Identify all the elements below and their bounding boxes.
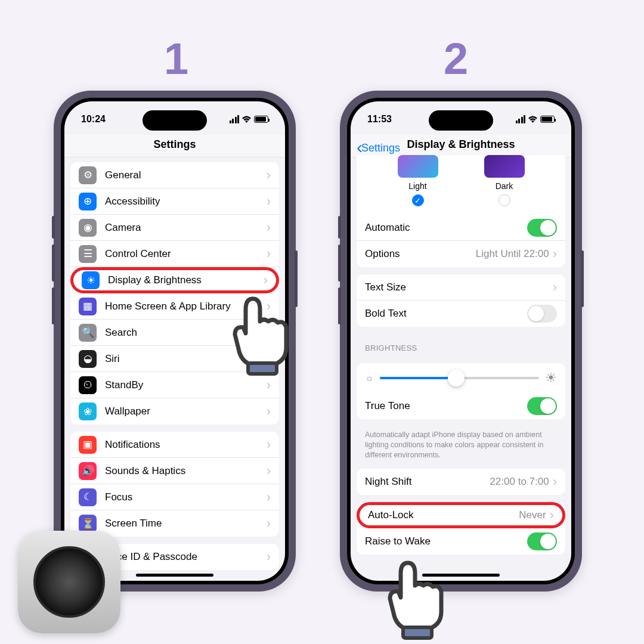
row-options[interactable]: OptionsLight Until 22:00› <box>357 241 565 267</box>
nav-title: Display & Brightness <box>407 138 515 150</box>
row-label: Screen Time <box>105 518 267 530</box>
signal-icon <box>516 115 526 123</box>
settings-app-icon <box>18 531 120 633</box>
sun-small-icon: ☼ <box>365 373 374 383</box>
truetone-toggle[interactable] <box>527 397 557 415</box>
row-night-shift[interactable]: Night Shift22:00 to 7:00› <box>357 469 565 495</box>
chevron-icon: › <box>267 194 271 209</box>
dynamic-island <box>143 110 207 131</box>
row-control-center[interactable]: ☰Control Center› <box>70 241 279 267</box>
wifi-icon <box>528 116 538 123</box>
control-center-icon: ☰ <box>79 245 97 263</box>
nav-title: Settings <box>64 135 285 157</box>
accessibility-icon: ⊕ <box>79 193 97 210</box>
signal-icon <box>230 115 240 123</box>
chevron-icon: › <box>267 220 271 236</box>
row-label: Notifications <box>105 439 267 451</box>
row-label: Accessibility <box>105 196 267 208</box>
chevron-icon: › <box>264 273 268 288</box>
search-icon: 🔍 <box>79 324 97 342</box>
automatic-toggle[interactable] <box>527 219 557 237</box>
screen-time-icon: ⏳ <box>79 515 97 532</box>
row-sounds-haptics[interactable]: 🔊Sounds & Haptics› <box>70 458 279 484</box>
section-brightness: BRIGHTNESS <box>357 334 565 356</box>
home-screen-app-library-icon: ▦ <box>79 298 97 315</box>
row-true-tone[interactable]: True Tone <box>357 393 565 419</box>
row-label: General <box>105 169 267 181</box>
row-label: Camera <box>105 222 267 234</box>
focus-icon: ☾ <box>79 488 97 506</box>
chevron-icon: › <box>267 516 271 531</box>
row-label: Sounds & Haptics <box>105 465 267 477</box>
row-text-size[interactable]: Text Size› <box>357 274 565 301</box>
row-camera[interactable]: ◉Camera› <box>70 215 279 241</box>
battery-icon <box>540 116 555 123</box>
row-raise-to-wake[interactable]: Raise to Wake <box>357 528 565 555</box>
phone-frame-2: 11:53 Settings Display & Brightness Ligh… <box>340 91 582 592</box>
chevron-icon: › <box>267 168 271 183</box>
chevron-icon: › <box>267 490 271 505</box>
chevron-icon: › <box>267 404 271 419</box>
row-display-brightness[interactable]: ☀Display & Brightness› <box>70 267 279 293</box>
svg-rect-1 <box>403 627 432 638</box>
chevron-icon: › <box>267 549 271 565</box>
sun-large-icon: ☀ <box>545 370 557 386</box>
row-label: Face ID & Passcode <box>105 551 267 563</box>
siri-icon: ◒ <box>79 350 97 368</box>
raise-toggle[interactable] <box>527 532 557 550</box>
row-auto-lock[interactable]: Auto-LockNever› <box>357 502 565 528</box>
tap-hand-icon <box>376 555 453 644</box>
chevron-icon: › <box>267 246 271 262</box>
tap-hand-icon <box>221 290 298 382</box>
display-brightness-icon: ☀ <box>82 271 100 289</box>
status-time: 10:24 <box>81 114 106 125</box>
dynamic-island <box>429 110 493 131</box>
chevron-icon: › <box>267 463 271 479</box>
status-time: 11:53 <box>367 114 392 125</box>
svg-rect-0 <box>248 363 277 374</box>
wifi-icon <box>242 116 252 123</box>
wallpaper-icon: ❀ <box>79 402 97 420</box>
step-number-2: 2 <box>444 33 468 84</box>
row-label: Focus <box>105 491 267 503</box>
battery-icon <box>254 116 268 123</box>
row-accessibility[interactable]: ⊕Accessibility› <box>70 188 279 215</box>
row-automatic[interactable]: Automatic <box>357 215 565 241</box>
row-label: Wallpaper <box>105 405 267 417</box>
brightness-slider[interactable]: ☼ ☀ <box>357 363 565 393</box>
notifications-icon: ▣ <box>79 436 97 454</box>
home-indicator <box>136 574 213 577</box>
bold-toggle[interactable] <box>527 305 557 323</box>
back-button[interactable]: Settings <box>357 137 400 157</box>
row-wallpaper[interactable]: ❀Wallpaper› <box>70 398 279 425</box>
standby-icon: ⏲ <box>79 376 97 394</box>
row-bold-text[interactable]: Bold Text <box>357 301 565 327</box>
appearance-light[interactable]: Light✓ <box>398 155 438 206</box>
general-icon: ⚙ <box>79 166 97 184</box>
truetone-footer: Automatically adapt iPhone display based… <box>357 426 565 460</box>
row-label: Display & Brightness <box>108 274 264 286</box>
row-general[interactable]: ⚙General› <box>70 162 279 188</box>
row-label: Control Center <box>105 248 267 260</box>
appearance-dark[interactable]: Dark <box>484 155 525 206</box>
sounds-haptics-icon: 🔊 <box>79 462 97 480</box>
step-number-1: 1 <box>164 33 188 84</box>
chevron-icon: › <box>267 437 271 453</box>
camera-icon: ◉ <box>79 219 97 237</box>
row-notifications[interactable]: ▣Notifications› <box>70 432 279 458</box>
row-focus[interactable]: ☾Focus› <box>70 484 279 510</box>
